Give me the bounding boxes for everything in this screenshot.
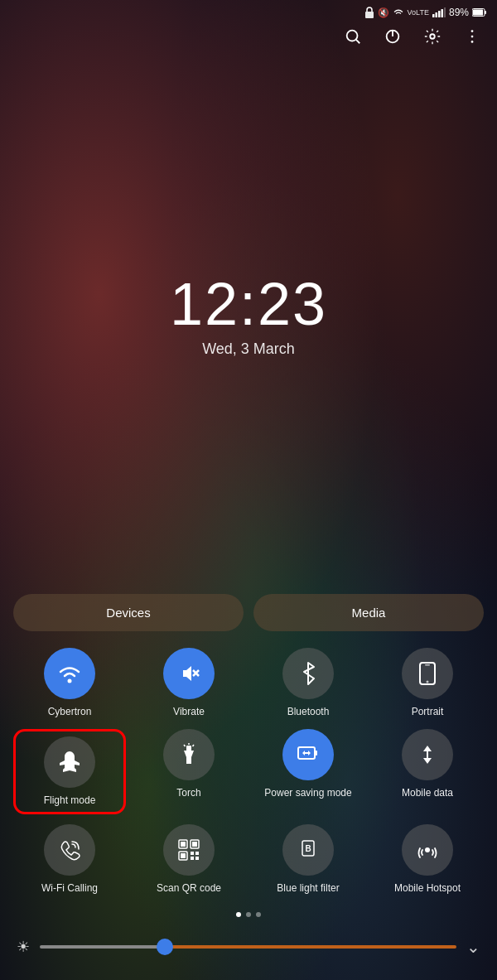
brightness-track[interactable] bbox=[40, 945, 456, 949]
clock-area: 12:23 Wed, 3 March bbox=[0, 55, 497, 594]
svg-rect-39 bbox=[195, 857, 199, 860]
battery-icon bbox=[472, 7, 487, 17]
svg-rect-2 bbox=[435, 12, 437, 17]
power-saving-label: Power saving mode bbox=[264, 787, 351, 800]
scan-qr-toggle[interactable]: Scan QR code bbox=[133, 824, 245, 896]
settings-icon bbox=[423, 27, 442, 46]
portrait-circle bbox=[402, 648, 453, 699]
svg-point-14 bbox=[471, 30, 474, 32]
mobile-hotspot-label: Mobile Hotspot bbox=[394, 882, 461, 896]
flight-mode-circle bbox=[44, 736, 95, 788]
blue-light-icon: B bbox=[297, 838, 319, 862]
svg-rect-21 bbox=[425, 664, 430, 666]
svg-rect-0 bbox=[365, 12, 374, 18]
vibrate-circle bbox=[163, 648, 215, 699]
svg-rect-31 bbox=[181, 842, 186, 847]
wifi-icon bbox=[57, 663, 82, 684]
svg-point-9 bbox=[347, 31, 358, 41]
portrait-icon bbox=[417, 661, 437, 686]
signal-wifi-icon bbox=[393, 7, 404, 17]
power-button[interactable] bbox=[381, 25, 404, 48]
page-dots bbox=[13, 905, 484, 924]
svg-rect-38 bbox=[191, 857, 194, 860]
svg-rect-3 bbox=[438, 11, 441, 17]
svg-line-25 bbox=[184, 745, 186, 746]
power-saving-circle bbox=[282, 729, 334, 780]
svg-rect-36 bbox=[191, 852, 194, 855]
mobile-data-label: Mobile data bbox=[402, 787, 453, 800]
bluetooth-circle bbox=[282, 648, 334, 699]
svg-rect-5 bbox=[444, 7, 446, 17]
more-options-button[interactable] bbox=[461, 25, 484, 48]
bluetooth-label: Bluetooth bbox=[287, 706, 330, 719]
svg-point-22 bbox=[427, 681, 429, 683]
scan-qr-circle bbox=[163, 824, 215, 876]
search-icon bbox=[344, 27, 362, 46]
power-saving-toggle[interactable]: Power saving mode bbox=[252, 729, 364, 815]
devices-tab[interactable]: Devices bbox=[13, 594, 244, 631]
vibrate-label: Vibrate bbox=[173, 706, 205, 719]
blue-light-toggle[interactable]: B Blue light filter bbox=[252, 824, 364, 896]
brightness-expand[interactable]: ⌄ bbox=[466, 937, 480, 957]
wifi-calling-toggle[interactable]: Wi-Fi Calling bbox=[13, 824, 126, 896]
svg-line-10 bbox=[356, 40, 360, 44]
svg-rect-7 bbox=[473, 10, 483, 16]
svg-point-16 bbox=[471, 41, 474, 43]
vibrate-icon bbox=[176, 661, 201, 686]
mobile-data-toggle[interactable]: Mobile data bbox=[371, 729, 484, 815]
blue-light-label: Blue light filter bbox=[277, 882, 339, 896]
torch-circle bbox=[163, 729, 215, 780]
torch-toggle[interactable]: Torch bbox=[133, 729, 245, 815]
blue-light-circle: B bbox=[282, 824, 334, 876]
brightness-thumb[interactable] bbox=[157, 939, 173, 955]
silent-icon: 🔇 bbox=[378, 7, 389, 18]
wifi-calling-icon bbox=[57, 838, 82, 862]
svg-rect-35 bbox=[181, 853, 186, 858]
dot-1 bbox=[236, 912, 241, 917]
bluetooth-toggle[interactable]: Bluetooth bbox=[252, 648, 364, 719]
wifi-calling-label: Wi-Fi Calling bbox=[41, 882, 98, 896]
battery-text: 89% bbox=[449, 7, 469, 18]
power-saving-icon bbox=[297, 743, 320, 766]
flight-mode-toggle[interactable]: Flight mode bbox=[13, 729, 126, 815]
wifi-toggle[interactable]: Cybertron bbox=[13, 648, 126, 719]
mobile-data-icon bbox=[417, 742, 438, 767]
dot-2 bbox=[246, 912, 251, 917]
torch-icon bbox=[178, 742, 200, 767]
power-icon bbox=[384, 27, 402, 46]
wifi-calling-circle bbox=[44, 824, 95, 876]
dot-3 bbox=[256, 912, 261, 917]
svg-point-17 bbox=[68, 679, 72, 683]
hotspot-icon bbox=[416, 838, 439, 862]
wifi-circle bbox=[44, 648, 95, 699]
mobile-hotspot-toggle[interactable]: Mobile Hotspot bbox=[371, 824, 484, 896]
main-content: 🔇 VoLTE 89% bbox=[0, 0, 497, 980]
lock-icon bbox=[364, 7, 374, 18]
scan-qr-label: Scan QR code bbox=[157, 882, 221, 896]
mobile-data-circle bbox=[402, 729, 453, 780]
svg-rect-28 bbox=[315, 751, 317, 756]
settings-button[interactable] bbox=[421, 25, 444, 48]
vibrate-toggle[interactable]: Vibrate bbox=[133, 648, 245, 719]
media-tab[interactable]: Media bbox=[253, 594, 484, 631]
status-bar: 🔇 VoLTE 89% bbox=[0, 0, 497, 22]
torch-label: Torch bbox=[176, 787, 200, 800]
quick-settings-panel: Devices Media Cybertron bbox=[0, 594, 497, 980]
clock-time: 12:23 bbox=[170, 274, 327, 334]
brightness-icon: ☀ bbox=[17, 938, 30, 956]
svg-point-13 bbox=[430, 34, 435, 39]
portrait-toggle[interactable]: Portrait bbox=[371, 648, 484, 719]
svg-rect-33 bbox=[192, 842, 197, 847]
search-button[interactable] bbox=[341, 25, 364, 48]
svg-rect-37 bbox=[195, 852, 199, 855]
bluetooth-icon bbox=[299, 661, 317, 686]
airplane-icon bbox=[57, 750, 82, 775]
tab-row: Devices Media bbox=[13, 594, 484, 631]
svg-rect-4 bbox=[441, 9, 443, 17]
svg-line-26 bbox=[193, 745, 195, 746]
svg-point-15 bbox=[471, 36, 474, 38]
flight-mode-label: Flight mode bbox=[44, 794, 96, 808]
wifi-label: Cybertron bbox=[48, 706, 92, 719]
svg-rect-23 bbox=[186, 746, 191, 751]
more-icon bbox=[463, 27, 481, 46]
